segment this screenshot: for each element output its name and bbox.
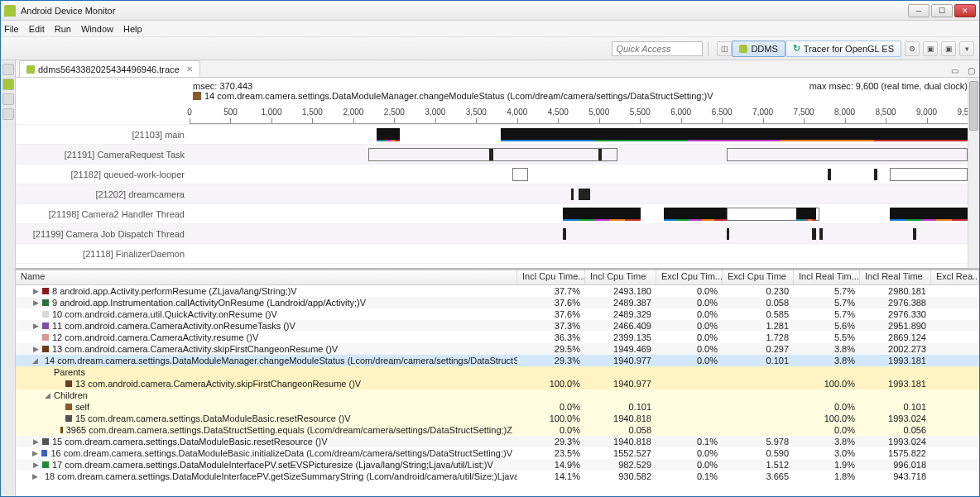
cell-value: 0.230 [723, 286, 794, 296]
time-ruler[interactable]: 05001,0001,5002,0002,5003,0003,5004,0004… [190, 103, 968, 124]
cell-value: 5.5% [794, 332, 860, 342]
android-icon [4, 5, 16, 17]
menu-window[interactable]: Window [81, 24, 113, 34]
cell-value: 1993.024 [860, 437, 931, 447]
thread-plot[interactable] [190, 207, 968, 222]
toolbar-icon-2[interactable]: ▣ [923, 41, 938, 56]
table-row[interactable]: ▶9 android.app.Instrumentation.callActiv… [16, 297, 979, 308]
quick-access-input[interactable] [612, 41, 703, 56]
expand-icon[interactable]: ▶ [32, 472, 38, 480]
toolbar-icon-3[interactable]: ▣ [941, 41, 956, 56]
expand-icon[interactable]: ▶ [32, 299, 39, 307]
cell-value: 2399.135 [585, 332, 656, 342]
strip-icon-android[interactable] [2, 79, 14, 90]
thread-name: [21202] dreamcamera [16, 189, 190, 199]
table-row[interactable]: ▶17 com.dream.camera.settings.DataModule… [16, 459, 979, 471]
cell-value: 0.101 [860, 402, 931, 412]
toolbar-icon-4[interactable]: ▾ [959, 41, 974, 56]
cell-value: 100.0% [517, 379, 585, 389]
table-row[interactable]: 3965 com.dream.camera.settings.DataStruc… [16, 424, 979, 436]
col-excl-real[interactable]: Excl Rea... [931, 270, 979, 284]
expand-icon[interactable]: ▶ [32, 322, 39, 330]
scrollbar-thumb[interactable] [969, 81, 978, 131]
table-row[interactable]: ▶16 com.dream.camera.settings.DataModule… [16, 447, 979, 459]
trace-tab[interactable]: ddms5643382025434496946.trace ✕ [19, 60, 200, 77]
perspective-tracer[interactable]: ↻ Tracer for OpenGL ES [785, 41, 901, 57]
col-incl-real[interactable]: Incl Real Time [860, 270, 931, 284]
thread-plot[interactable] [190, 167, 968, 182]
col-excl-cpu-pct[interactable]: Excl Cpu Tim... [656, 270, 723, 284]
strip-icon-3[interactable] [2, 93, 14, 105]
menu-run[interactable]: Run [55, 24, 71, 34]
thread-row[interactable]: [21182] queued-work-looper [16, 165, 979, 184]
table-row[interactable]: Parents [16, 366, 979, 378]
menu-edit[interactable]: Edit [29, 24, 45, 34]
thread-row[interactable]: [21198] Camera2 Handler Thread [16, 204, 979, 224]
thread-row[interactable]: [21191] CameraRequest Task [16, 145, 979, 165]
expand-icon[interactable]: ▶ [32, 345, 39, 353]
cell-name: ▶8 android.app.Activity.performResume (Z… [16, 286, 517, 296]
thread-row[interactable]: [21103] main [16, 125, 979, 145]
cell-value: 37.3% [517, 321, 585, 331]
thread-timelines[interactable]: [21103] main[21191] CameraRequest Task[2… [16, 124, 979, 268]
strip-icon-4[interactable] [2, 108, 14, 120]
cell-value: 1940.818 [585, 413, 656, 423]
table-row[interactable]: 13 com.android.camera.CameraActivity.ski… [16, 378, 979, 389]
col-incl-cpu-pct[interactable]: Incl Cpu Time... [517, 270, 585, 284]
close-button[interactable]: ✕ [954, 4, 976, 17]
table-header: Name Incl Cpu Time... Incl Cpu Time Excl… [16, 270, 979, 285]
expand-icon[interactable]: ▶ [32, 449, 38, 457]
toolbar-icon-1[interactable]: ⚙ [905, 41, 920, 56]
table-row[interactable]: ▶11 com.android.camera.CameraActivity.on… [16, 320, 979, 332]
thread-plot[interactable] [190, 187, 968, 202]
strip-icon-1[interactable] [2, 64, 14, 75]
thread-row[interactable]: [21118] FinalizerDaemon [16, 244, 979, 264]
maximize-button[interactable]: ☐ [931, 4, 953, 17]
cell-value: 1949.469 [585, 344, 656, 354]
table-row[interactable]: ▶8 android.app.Activity.performResume (Z… [16, 285, 979, 297]
cell-value: 943.718 [860, 471, 931, 481]
thread-plot[interactable] [190, 246, 968, 261]
col-incl-cpu[interactable]: Incl Cpu Time [585, 270, 656, 284]
table-row[interactable]: 15 com.dream.camera.settings.DataModuleB… [16, 413, 979, 424]
table-row[interactable]: ▶18 com.dream.camera.settings.DataModule… [16, 471, 979, 482]
expand-icon[interactable]: ▶ [32, 437, 39, 446]
col-incl-real-pct[interactable]: Incl Real Tim... [794, 270, 860, 284]
cell-value: 0.0% [656, 321, 723, 331]
thread-plot[interactable] [190, 227, 968, 241]
cell-value: 0.297 [723, 344, 794, 354]
menu-help[interactable]: Help [123, 24, 142, 34]
table-row[interactable]: ▶15 com.dream.camera.settings.DataModule… [16, 436, 979, 447]
table-row[interactable]: ◢14 com.dream.camera.settings.DataModule… [16, 355, 979, 366]
thread-name: [21198] Camera2 Handler Thread [16, 209, 190, 219]
thread-row[interactable]: [21199] Camera Job Dispatch Thread [16, 224, 979, 244]
table-row[interactable]: ▶13 com.android.camera.CameraActivity.sk… [16, 343, 979, 355]
cell-value: 930.582 [585, 471, 656, 481]
trace-tab-label: ddms5643382025434496946.trace [38, 65, 180, 74]
minimize-button[interactable]: ─ [908, 4, 930, 17]
table-body[interactable]: ▶8 android.app.Activity.performResume (Z… [16, 285, 979, 497]
tab-min-icon[interactable]: ▭ [948, 64, 961, 77]
thread-plot[interactable] [190, 147, 968, 162]
cell-value: 0.0% [656, 298, 723, 308]
open-perspective-button[interactable]: ◫ [717, 41, 732, 56]
expand-icon[interactable]: ◢ [44, 391, 50, 399]
table-row[interactable]: ◢Children [16, 389, 979, 401]
vertical-scrollbar[interactable] [968, 78, 979, 268]
thread-row[interactable]: [21202] dreamcamera [16, 184, 979, 204]
expand-icon[interactable]: ◢ [32, 356, 38, 365]
thread-plot[interactable] [190, 127, 968, 142]
expand-icon[interactable]: ▶ [32, 287, 39, 295]
table-row[interactable]: 12 com.android.camera.CameraActivity.res… [16, 332, 979, 343]
menu-file[interactable]: File [4, 24, 19, 34]
tab-bar: ddms5643382025434496946.trace ✕ ▭ ▢ [16, 60, 979, 78]
expand-icon[interactable]: ▶ [32, 461, 39, 469]
tab-max-icon[interactable]: ▢ [964, 64, 978, 77]
table-row[interactable]: self0.0%0.1010.0%0.101 [16, 401, 979, 413]
cell-value: 5.6% [794, 321, 860, 331]
perspective-ddms[interactable]: DDMS [732, 41, 785, 57]
close-tab-icon[interactable]: ✕ [186, 65, 193, 74]
table-row[interactable]: 10 com.android.camera.util.QuickActivity… [16, 308, 979, 320]
col-excl-cpu[interactable]: Excl Cpu Time [723, 270, 794, 284]
col-name[interactable]: Name [16, 270, 517, 284]
